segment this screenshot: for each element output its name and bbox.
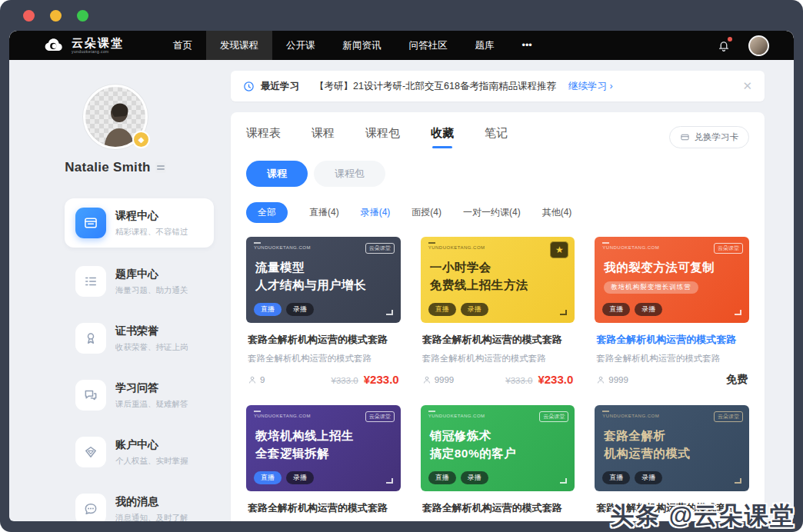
type-pill-packages[interactable]: 课程包	[314, 161, 385, 187]
course-card[interactable]: YUNDUOKETANG.COM 云朵课堂 套路全解析 机构运营的模式 直播 录…	[595, 405, 749, 515]
nav-item-home[interactable]: 首页	[159, 31, 206, 60]
zoom-window-button[interactable]	[77, 10, 88, 22]
continue-learning-link[interactable]: 继续学习 ›	[568, 80, 613, 93]
cover-title-line: 教培机构线上招生	[255, 427, 392, 444]
students-icon	[596, 375, 605, 384]
member-tag-icon	[155, 162, 166, 173]
live-badge: 直播	[602, 471, 630, 484]
cover-title-line: 免费线上招生方法	[430, 276, 566, 294]
tab-favorites[interactable]: 收藏	[431, 126, 454, 148]
cover-site-text: YUNDUOKETANG.COM	[602, 411, 659, 418]
live-badge: 直播	[254, 303, 282, 316]
sidebar-item-course-center[interactable]: 课程中心 精彩课程、不容错过	[65, 198, 214, 248]
corner-mark	[735, 310, 741, 315]
cover-title-line: 销冠修炼术	[430, 427, 566, 444]
cover-title-line: 我的裂变方法可复制	[604, 258, 740, 276]
cover-brand-tag: 云朵课堂	[714, 411, 743, 422]
tab-schedule[interactable]: 课程表	[246, 126, 281, 148]
course-card[interactable]: YUNDUOKETANG.COM 云朵课堂 流量模型 人才结构与用户增长 直播 …	[246, 237, 401, 387]
filter-live[interactable]: 直播(4)	[309, 206, 339, 219]
cover-sub-banner: 教培机构裂变增长训练营	[604, 281, 698, 294]
cover-title-line: 套路全解析	[604, 427, 740, 444]
sidebar-item-question-bank-center[interactable]: 题库中心 海量习题、助力通关	[75, 258, 214, 304]
sidebar-item-label: 证书荣誉	[115, 323, 188, 338]
course-title[interactable]: 套路全解析机构运营的模式套路	[422, 501, 574, 515]
filter-all[interactable]: 全部	[246, 202, 288, 223]
sidebar-item-learning-qa[interactable]: 学习问答 课后重温、疑难解答	[75, 372, 214, 418]
live-badge: 直播	[254, 471, 282, 484]
logo-title: 云朵课堂	[72, 37, 124, 48]
course-cover: YUNDUOKETANG.COM 云朵课堂 套路全解析 机构运营的模式 直播 录…	[595, 405, 749, 491]
sidebar-item-desc: 收获荣誉、持证上岗	[115, 342, 188, 353]
filter-recorded[interactable]: 录播(4)	[361, 206, 391, 219]
tab-course-packages[interactable]: 课程包	[365, 126, 400, 148]
banner-close-icon[interactable]: ✕	[742, 79, 752, 93]
medal-icon	[75, 323, 106, 354]
students-count: 9	[260, 375, 265, 384]
cover-title-line: 机构运营的模式	[604, 444, 740, 462]
nav-item-discover-courses[interactable]: 发现课程	[206, 31, 272, 60]
list-icon	[75, 266, 106, 297]
sidebar-item-my-messages[interactable]: 我的消息 消息通知、及时了解	[75, 486, 214, 521]
nav-item-more[interactable]: •••	[508, 31, 546, 60]
minimize-window-button[interactable]	[50, 10, 62, 22]
cover-title-line: 全套逻辑拆解	[255, 444, 392, 462]
type-pill-courses[interactable]: 课程	[246, 161, 308, 187]
sidebar-item-desc: 消息通知、及时了解	[115, 513, 188, 521]
brand-logo[interactable]: 云朵课堂 yunduoketang.com	[22, 37, 132, 54]
recorded-badge: 录播	[461, 303, 488, 316]
app-window: 云朵课堂 yunduoketang.com 首页 发现课程 公开课 新闻资讯 问…	[0, 0, 803, 532]
tabs-row: 课程表 课程 课程包 收藏 笔记 兑换学习卡	[246, 126, 749, 148]
filter-one-on-one[interactable]: 一对一约课(4)	[463, 206, 521, 219]
students-count: 9999	[608, 375, 628, 384]
cloud-logo-icon	[43, 37, 66, 54]
cover-brand-tag: 云朵课堂	[714, 243, 743, 254]
sidebar-item-certificates[interactable]: 证书荣誉 收获荣誉、持证上岗	[75, 315, 214, 361]
recent-clock-icon	[243, 81, 255, 92]
nav-item-qa-community[interactable]: 问答社区	[395, 31, 461, 60]
course-cover: YUNDUOKETANG.COM ★ 一小时学会 免费线上招生方法 直播 录播	[421, 237, 575, 323]
diamond-icon	[75, 437, 106, 467]
toutiao-watermark: 头条 @云朵课堂	[610, 500, 795, 532]
main-column: 最近学习 【考研】21设计考研-北部交互618备考指南精品课程推荐 继续学习 ›…	[222, 60, 794, 521]
sidebar-item-desc: 海量习题、助力通关	[115, 285, 188, 296]
tab-notes[interactable]: 笔记	[485, 126, 508, 148]
vip-diamond-badge-icon: ◆	[132, 131, 150, 148]
course-card[interactable]: YUNDUOKETANG.COM 云朵课堂 教培机构线上招生 全套逻辑拆解 直播…	[246, 405, 401, 515]
message-icon	[75, 494, 106, 521]
exchange-study-card-button[interactable]: 兑换学习卡	[669, 126, 750, 148]
cover-title-line: 搞定80%的客户	[430, 444, 566, 462]
course-cover: YUNDUOKETANG.COM 云朵课堂 流量模型 人才结构与用户增长 直播 …	[246, 237, 401, 323]
course-subtitle: 套路全解析机构运营的模式套路	[422, 353, 574, 364]
current-price: ¥233.0	[364, 373, 399, 386]
course-title[interactable]: 套路全解析机构运营的模式套路	[248, 333, 399, 347]
filters-row: 全部 直播(4) 录播(4) 面授(4) 一对一约课(4) 其他(4)	[246, 202, 749, 223]
notification-bell-icon[interactable]	[716, 38, 731, 53]
cover-site-text: YUNDUOKETANG.COM	[602, 242, 659, 250]
nav-item-news[interactable]: 新闻资讯	[329, 31, 395, 60]
filter-other[interactable]: 其他(4)	[542, 206, 572, 219]
course-card[interactable]: YUNDUOKETANG.COM 云朵课堂 销冠修炼术 搞定80%的客户 直播 …	[421, 405, 575, 515]
course-title[interactable]: 套路全解析机构运营的模式套路	[596, 333, 748, 347]
nav-item-open-classes[interactable]: 公开课	[272, 31, 329, 60]
cover-site-text: YUNDUOKETANG.COM	[428, 242, 485, 250]
course-title[interactable]: 套路全解析机构运营的模式套路	[422, 333, 574, 347]
course-card[interactable]: YUNDUOKETANG.COM 云朵课堂 我的裂变方法可复制 教培机构裂变增长…	[595, 237, 749, 387]
sidebar-item-desc: 课后重温、疑难解答	[115, 399, 188, 410]
cover-title-line: 一小时学会	[430, 258, 566, 276]
cover-title-line: 人才结构与用户增长	[255, 276, 392, 294]
user-avatar[interactable]	[748, 35, 769, 56]
close-window-button[interactable]	[23, 10, 35, 22]
page-body: ◆ Natalie Smith 课程	[9, 60, 794, 521]
course-title[interactable]: 套路全解析机构运营的模式套路	[248, 501, 399, 515]
nav-item-question-bank[interactable]: 题库	[461, 31, 508, 60]
filter-in-person[interactable]: 面授(4)	[411, 206, 441, 219]
sidebar-item-account-center[interactable]: 账户中心 个人权益、实时掌握	[75, 429, 214, 475]
sidebar-item-label: 我的消息	[115, 494, 188, 509]
corner-mark	[386, 310, 393, 315]
banner-label: 最近学习	[261, 80, 299, 93]
banner-course-title[interactable]: 【考研】21设计考研-北部交互618备考指南精品课程推荐	[315, 80, 556, 93]
tab-courses[interactable]: 课程	[312, 126, 335, 148]
course-card[interactable]: YUNDUOKETANG.COM ★ 一小时学会 免费线上招生方法 直播 录播	[421, 237, 575, 387]
recorded-badge: 录播	[461, 471, 488, 484]
